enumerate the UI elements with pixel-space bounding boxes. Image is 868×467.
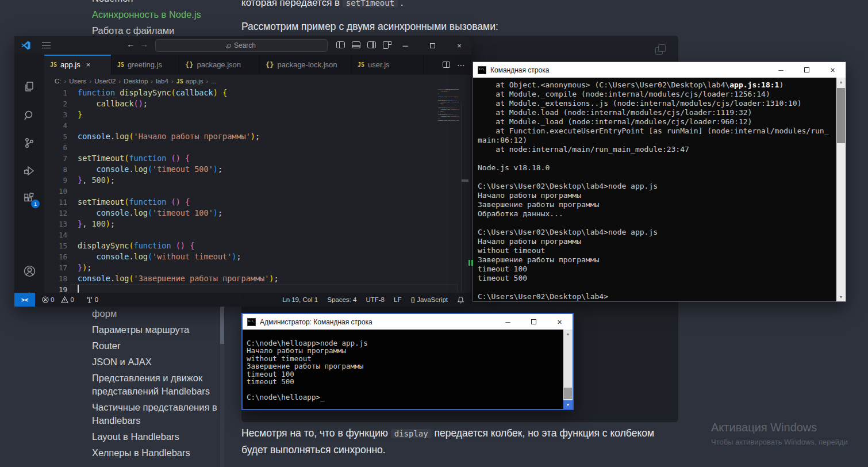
- status-item[interactable]: LF: [394, 296, 401, 303]
- sidebar-scrollbar-thumb[interactable]: [220, 306, 224, 344]
- run-debug-icon[interactable]: [21, 163, 37, 179]
- nav-forward-button[interactable]: →: [140, 39, 148, 49]
- status-item[interactable]: Spaces: 4: [327, 296, 356, 303]
- errors-indicator[interactable]: 0: [42, 296, 54, 303]
- admin-cmd-output-area[interactable]: C:\node\helloapp>node app.jsНачало работ…: [243, 330, 573, 409]
- toggle-sidebar-icon[interactable]: [336, 41, 345, 48]
- customize-layout-icon[interactable]: [383, 41, 391, 48]
- warnings-indicator[interactable]: 0: [61, 296, 74, 303]
- admin-cmd-close-button[interactable]: ×: [547, 314, 573, 330]
- tab-greeting.js[interactable]: JSgreeting.js: [112, 55, 179, 75]
- cmd-minimize-button[interactable]: ─: [768, 62, 794, 78]
- terminal-line: C:\node\helloapp>node app.js: [247, 339, 561, 347]
- editor-scrollbar-thumb[interactable]: [462, 179, 468, 182]
- admin-cmd-title: Администратор: Командная строка: [260, 318, 372, 326]
- tab-app.js[interactable]: JSapp.js×: [44, 55, 112, 75]
- cmd-output-area[interactable]: at Object.<anonymous> (C:\Users\User02\D…: [473, 78, 846, 301]
- tab-close-icon[interactable]: ×: [86, 60, 91, 69]
- split-editor-icon[interactable]: [443, 62, 450, 68]
- breadcrumb-item[interactable]: app.js: [186, 78, 203, 85]
- status-item[interactable]: UTF-8: [366, 296, 385, 303]
- extensions-icon[interactable]: 1: [21, 190, 37, 206]
- terminal-line: at Module._load (node:internal/modules/c…: [478, 117, 834, 127]
- sidebar-scrollbar[interactable]: [220, 299, 224, 467]
- terminal-line: at Object.<anonymous> (C:\Users\User02\D…: [478, 81, 834, 90]
- cmd-window: C:\_ Командная строка ─ × at Object.<ano…: [473, 62, 846, 302]
- accounts-icon[interactable]: [21, 263, 37, 279]
- minimap[interactable]: function displaySync(callback) { callbac…: [438, 89, 459, 123]
- terminal-line: at Module._extensions..js (node:internal…: [478, 99, 834, 108]
- inline-code-display: display: [391, 429, 432, 438]
- editor-edge-line: [461, 102, 462, 293]
- code-line: [438, 121, 459, 123]
- terminal-line: [247, 386, 561, 394]
- sidebar-link[interactable]: JSON и AJAX: [92, 355, 227, 369]
- source-control-icon[interactable]: [21, 135, 37, 151]
- breadcrumb-item[interactable]: Desktop: [124, 78, 148, 85]
- cmd-scrollbar-thumb[interactable]: [837, 88, 845, 143]
- code-line: 10: [44, 186, 471, 197]
- editor-actions-more-icon[interactable]: ⋯: [457, 60, 466, 70]
- tab-package-lock.json[interactable]: {}package-lock.json: [260, 55, 352, 75]
- terminal-line: Начало работы программы: [247, 347, 561, 355]
- vscode-close-button[interactable]: ×: [450, 36, 469, 55]
- nav-back-button[interactable]: ←: [126, 39, 135, 49]
- toggle-secondary-sidebar-icon[interactable]: [367, 41, 376, 48]
- terminal-line: C:\Users\User02\Desktop\lab4>: [478, 292, 834, 301]
- code-line: 3}: [44, 109, 471, 120]
- notifications-bell-icon[interactable]: [457, 296, 464, 304]
- status-item[interactable]: Ln 19, Col 1: [282, 296, 318, 303]
- terminal-line: [247, 331, 561, 339]
- sidebar-link[interactable]: Router: [92, 339, 227, 353]
- vscode-status-bar: >< 0 0 0 Ln 19, Col 1Spaces: 4UTF-8LF{} …: [14, 293, 471, 307]
- vscode-minimize-button[interactable]: ─: [395, 36, 415, 55]
- remote-indicator[interactable]: ><: [14, 293, 35, 307]
- tab-user.js[interactable]: JSuser.js: [352, 55, 424, 75]
- tab-package.json[interactable]: {}package.json: [179, 55, 260, 75]
- vscode-window: ← → Search ─ × 1: [14, 36, 471, 307]
- breadcrumb-item[interactable]: User02: [94, 78, 116, 85]
- code-line: 17});: [44, 262, 471, 273]
- copy-code-button[interactable]: [655, 44, 668, 56]
- breadcrumb-item[interactable]: C:: [55, 78, 62, 85]
- scroll-down-icon[interactable]: ▼: [563, 400, 573, 409]
- cmd-scrollbar[interactable]: ▲ ▼: [836, 78, 846, 301]
- breadcrumb-item[interactable]: Users: [69, 78, 86, 85]
- cmd-maximize-button[interactable]: [794, 62, 820, 78]
- terminal-line: timeout 500: [247, 378, 561, 386]
- sidebar-link[interactable]: Частичные представления в Handlebars: [92, 401, 227, 427]
- breadcrumb-item[interactable]: lab4: [156, 78, 168, 85]
- admin-cmd-maximize-button[interactable]: [521, 314, 547, 330]
- scroll-down-icon[interactable]: ▼: [836, 293, 846, 301]
- scroll-up-icon[interactable]: ▲: [836, 78, 846, 86]
- sidebar-link[interactable]: Асинхронность в Node.js: [92, 8, 201, 21]
- terminal-line: timeout 500: [478, 274, 834, 283]
- sidebar-link[interactable]: Работа с файлами: [92, 24, 174, 37]
- status-item[interactable]: {} JavaScript: [410, 296, 448, 303]
- cmd-icon: C:\_: [478, 66, 486, 74]
- vscode-search-box[interactable]: Search: [155, 39, 328, 52]
- breadcrumb-item[interactable]: ...: [211, 78, 217, 85]
- explorer-icon[interactable]: [21, 79, 37, 95]
- sidebar-link[interactable]: Layout в Handlebars: [92, 430, 227, 443]
- toggle-panel-icon[interactable]: [352, 41, 360, 48]
- file-type-icon: JS: [358, 62, 364, 68]
- menu-icon[interactable]: [42, 43, 51, 48]
- ports-indicator[interactable]: 0: [86, 296, 98, 303]
- code-line: 19: [44, 284, 471, 293]
- cmd-close-button[interactable]: ×: [820, 62, 846, 78]
- sidebar-link[interactable]: Параметры маршрута: [92, 323, 227, 336]
- sidebar-link[interactable]: Хелперы в Handlebars: [92, 446, 227, 460]
- scroll-up-icon[interactable]: ▲: [563, 330, 573, 338]
- vscode-maximize-button[interactable]: [423, 36, 442, 55]
- terminal-line: Обработка данных...: [478, 209, 834, 219]
- admin-cmd-scrollbar-thumb[interactable]: [564, 388, 572, 399]
- admin-cmd-titlebar: C:\_ Администратор: Командная строка ─ ×: [243, 314, 573, 330]
- sidebar-link[interactable]: Nodemon: [92, 0, 133, 5]
- code-editor[interactable]: 1function displaySync(callback) {2 callb…: [44, 87, 471, 293]
- sidebar-link[interactable]: Представления и движок представлений Han…: [92, 372, 227, 398]
- terminal-line: at Module.load (node:internal/modules/cj…: [478, 108, 834, 117]
- admin-cmd-scrollbar[interactable]: ▲ ▼: [563, 330, 573, 409]
- admin-cmd-minimize-button[interactable]: ─: [495, 314, 521, 330]
- search-sidebar-icon[interactable]: [21, 108, 37, 124]
